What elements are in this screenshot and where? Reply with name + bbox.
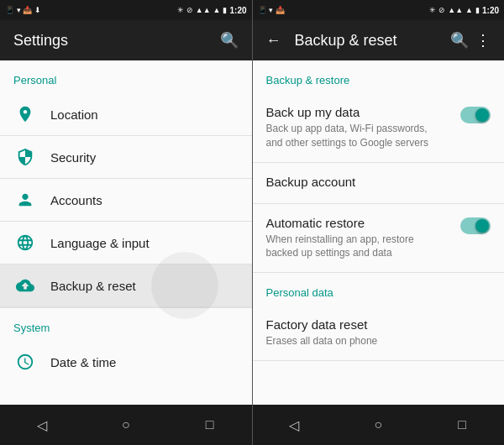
battery-icon: ▮ <box>223 6 227 14</box>
backup-restore-header: Backup & restore <box>253 60 505 93</box>
backup-icon <box>13 276 37 295</box>
backup-data-row: Back up my data Back up app data, Wi-Fi … <box>266 105 491 150</box>
settings-item-backup[interactable]: Backup & reset <box>0 264 252 307</box>
settings-item-datetime[interactable]: Date & time <box>0 341 252 383</box>
backup-data-subtitle: Back up app data, Wi-Fi passwords, and o… <box>266 122 434 150</box>
backup-data-text: Back up my data Back up app data, Wi-Fi … <box>266 105 434 150</box>
right-signal-icon: ▲▲ <box>448 6 463 14</box>
back-nav-button[interactable]: ← <box>266 32 281 50</box>
backup-panel: 📱 ▾ 📥 ✳ ⊘ ▲▲ ▲ ▮ 1:20 ← Backup & reset 🔍… <box>253 0 505 445</box>
right-status-right: ✳ ⊘ ▲▲ ▲ ▮ 1:20 <box>429 6 499 15</box>
settings-item-language[interactable]: Language & input <box>0 222 252 264</box>
auto-restore-toggle[interactable] <box>460 217 491 234</box>
left-time: 1:20 <box>229 6 246 15</box>
auto-restore-text: Automatic restore When reinstalling an a… <box>266 216 434 261</box>
left-status-icons: 📱 ▾ 📥 ⬇ <box>5 6 41 14</box>
no-icon: ⊘ <box>186 6 193 14</box>
right-no-icon: ⊘ <box>438 6 445 14</box>
settings-item-security[interactable]: Security <box>0 136 252 179</box>
right-recent-button[interactable]: □ <box>420 405 504 445</box>
left-status-right: ✳ ⊘ ▲▲ ▲ ▮ 1:20 <box>177 6 247 15</box>
right-status-bar: 📱 ▾ 📥 ✳ ⊘ ▲▲ ▲ ▮ 1:20 <box>253 0 505 20</box>
right-time: 1:20 <box>482 6 499 15</box>
factory-reset-subtitle: Erases all data on phone <box>266 334 434 348</box>
system-section-header: System <box>0 308 252 341</box>
bt-icon: ✳ <box>177 6 184 14</box>
notification-icons: 📱 ▾ 📥 ⬇ <box>5 6 41 14</box>
right-battery-icon: ▮ <box>475 6 480 14</box>
personal-section-header: Personal <box>0 60 252 93</box>
left-content: Personal Location Security Accounts <box>0 60 252 405</box>
right-home-button[interactable]: ○ <box>336 405 420 445</box>
left-status-bar: 📱 ▾ 📥 ⬇ ✳ ⊘ ▲▲ ▲ ▮ 1:20 <box>0 0 252 20</box>
factory-reset-title: Factory data reset <box>266 317 491 332</box>
settings-panel: 📱 ▾ 📥 ⬇ ✳ ⊘ ▲▲ ▲ ▮ 1:20 Settings 🔍 Perso… <box>0 0 252 445</box>
backup-account-item[interactable]: Backup account <box>253 163 505 204</box>
accounts-icon <box>13 191 37 209</box>
right-more-icon[interactable]: ⋮ <box>475 31 491 50</box>
right-bt-icon: ✳ <box>429 6 436 14</box>
security-label: Security <box>50 150 96 165</box>
datetime-label: Date & time <box>50 355 116 369</box>
location-label: Location <box>50 107 98 122</box>
datetime-icon <box>13 353 37 371</box>
settings-item-location[interactable]: Location <box>0 93 252 136</box>
accounts-label: Accounts <box>50 193 102 207</box>
right-notification-icons: 📱 ▾ 📥 <box>258 6 285 14</box>
auto-restore-item[interactable]: Automatic restore When reinstalling an a… <box>253 204 505 274</box>
backup-data-title: Back up my data <box>266 105 434 119</box>
security-icon <box>13 148 37 166</box>
left-bottom-nav: ◁ ○ □ <box>0 405 252 445</box>
right-bottom-nav: ◁ ○ □ <box>253 405 505 445</box>
recent-button[interactable]: □ <box>168 405 252 445</box>
language-icon <box>13 233 37 252</box>
personal-data-header: Personal data <box>253 273 505 306</box>
right-back-button[interactable]: ◁ <box>253 405 337 445</box>
back-button[interactable]: ◁ <box>0 405 84 445</box>
wifi-icon: ▲ <box>213 6 221 14</box>
right-search-icon[interactable]: 🔍 <box>450 31 469 50</box>
right-status-left: 📱 ▾ 📥 <box>258 6 285 14</box>
left-toolbar: Settings 🔍 <box>0 20 252 60</box>
right-toolbar: ← Backup & reset 🔍 ⋮ <box>253 20 505 60</box>
auto-restore-subtitle: When reinstalling an app, restore backed… <box>266 233 434 261</box>
left-toolbar-title: Settings <box>13 32 213 50</box>
backup-data-item[interactable]: Back up my data Back up app data, Wi-Fi … <box>253 93 505 163</box>
backup-label: Backup & reset <box>50 279 136 293</box>
signal-icon: ▲▲ <box>196 6 211 14</box>
right-content: Backup & restore Back up my data Back up… <box>253 60 505 405</box>
settings-item-accounts[interactable]: Accounts <box>0 179 252 222</box>
language-label: Language & input <box>50 236 150 250</box>
home-button[interactable]: ○ <box>84 405 168 445</box>
auto-restore-title: Automatic restore <box>266 216 434 230</box>
backup-data-toggle-thumb <box>475 108 489 122</box>
auto-restore-toggle-thumb <box>475 219 489 233</box>
backup-account-title: Backup account <box>266 175 491 189</box>
auto-restore-row: Automatic restore When reinstalling an a… <box>266 216 491 261</box>
factory-reset-item[interactable]: Factory data reset Erases all data on ph… <box>253 306 505 361</box>
location-icon <box>13 105 37 123</box>
backup-data-toggle[interactable] <box>460 107 491 123</box>
left-search-icon[interactable]: 🔍 <box>220 31 239 50</box>
right-wifi-icon: ▲ <box>465 6 473 14</box>
right-toolbar-title: Backup & reset <box>295 32 444 50</box>
ripple <box>151 252 218 319</box>
